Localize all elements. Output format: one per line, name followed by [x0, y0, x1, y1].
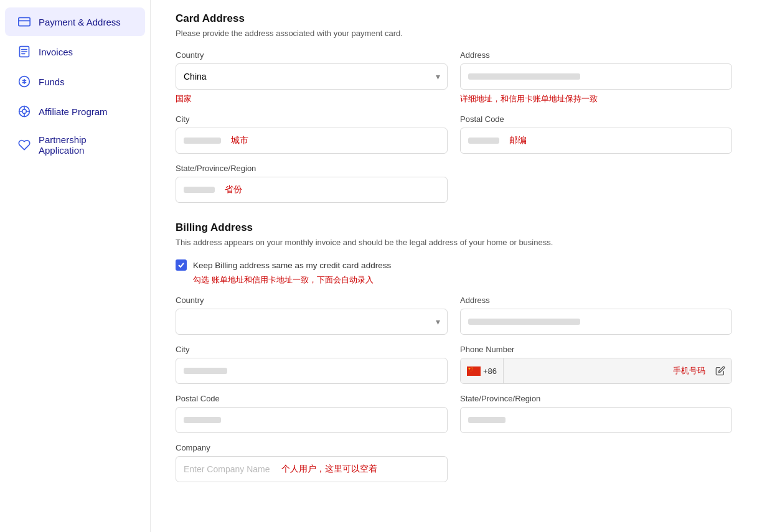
- sidebar-item-funds-label: Funds: [39, 77, 65, 87]
- billing-country-group: Country China ▾: [176, 296, 448, 335]
- city-blur: [184, 138, 221, 144]
- city-input-wrapper[interactable]: 城市: [176, 128, 448, 154]
- phone-code: +86: [483, 366, 497, 376]
- phone-input[interactable]: [504, 358, 673, 383]
- city-postal-row: City 城市 Postal Code 邮编: [176, 114, 732, 154]
- company-placeholder: Enter Company Name: [184, 464, 270, 474]
- billing-state-label: State/Province/Region: [460, 394, 732, 403]
- billing-address-blur: [468, 319, 580, 325]
- billing-checkbox-annotation: 勾选 账单地址和信用卡地址一致，下面会自动录入: [176, 274, 732, 286]
- postal-blur: [468, 138, 499, 144]
- state-input-wrapper[interactable]: 省份: [176, 177, 448, 203]
- billing-state-blur: [468, 417, 505, 423]
- city-annotation: 城市: [231, 135, 248, 146]
- sidebar-item-invoices[interactable]: Invoices: [5, 37, 145, 66]
- svg-point-9: [22, 110, 27, 114]
- svg-rect-0: [19, 17, 30, 26]
- billing-checkbox[interactable]: [176, 259, 187, 271]
- phone-wrapper: +86 手机号码: [460, 358, 732, 384]
- company-row: Company Enter Company Name 个人用户，这里可以空着: [176, 443, 732, 482]
- postal-group: Postal Code 邮编: [460, 114, 732, 154]
- billing-desc: This address appears on your monthly inv…: [176, 238, 732, 247]
- postal-input-wrapper[interactable]: 邮编: [460, 128, 732, 154]
- svg-rect-14: [467, 366, 481, 376]
- postal-label: Postal Code: [460, 114, 732, 124]
- billing-checkbox-row: Keep Billing address same as my credit c…: [176, 259, 732, 271]
- address-input-wrapper[interactable]: [460, 63, 732, 90]
- address-annotation: 详细地址，和信用卡账单地址保持一致: [460, 93, 732, 105]
- sidebar-item-affiliate[interactable]: Affiliate Program: [5, 97, 145, 126]
- billing-postal-group: Postal Code: [176, 394, 448, 433]
- sidebar-item-partnership[interactable]: Partnership Application: [5, 127, 145, 163]
- country-annotation: 国家: [176, 93, 448, 105]
- dollar-icon: [17, 75, 31, 88]
- billing-postal-input-wrapper[interactable]: [176, 407, 448, 433]
- sidebar-item-payment[interactable]: Payment & Address: [5, 7, 145, 36]
- phone-flag[interactable]: +86: [461, 358, 504, 383]
- billing-address-label: Address: [460, 296, 732, 305]
- credit-card-icon: [17, 15, 31, 29]
- city-group: City 城市: [176, 114, 448, 154]
- billing-country-label: Country: [176, 296, 448, 305]
- address-group: Address 详细地址，和信用卡账单地址保持一致: [460, 50, 732, 105]
- flag-china-icon: [467, 366, 481, 376]
- billing-city-input-wrapper[interactable]: [176, 358, 448, 384]
- billing-postal-blur: [184, 417, 221, 423]
- sidebar-item-payment-label: Payment & Address: [39, 17, 121, 27]
- country-label: Country: [176, 50, 448, 60]
- country-group: Country China United States United Kingd…: [176, 50, 448, 105]
- billing-phone-group: Phone Number +8: [460, 345, 732, 384]
- address-label: Address: [460, 50, 732, 60]
- company-annotation: 个人用户，这里可以空着: [281, 464, 377, 475]
- phone-annotation: 手机号码: [673, 365, 709, 376]
- company-input-wrapper[interactable]: Enter Company Name 个人用户，这里可以空着: [176, 456, 448, 482]
- country-select-wrapper: China United States United Kingdom ▾: [176, 63, 448, 90]
- sidebar-item-affiliate-label: Affiliate Program: [39, 106, 108, 117]
- sidebar-item-partnership-label: Partnership Application: [39, 134, 133, 156]
- billing-address-group: Address: [460, 296, 732, 335]
- billing-checkbox-label: Keep Billing address same as my credit c…: [193, 261, 391, 270]
- state-blur: [184, 187, 215, 193]
- address-blur: [468, 73, 580, 80]
- billing-country-select[interactable]: China: [176, 309, 448, 335]
- state-group: State/Province/Region 省份: [176, 164, 448, 203]
- billing-postal-state-row: Postal Code State/Province/Region: [176, 394, 732, 433]
- billing-section: Billing Address This address appears on …: [176, 222, 732, 482]
- billing-address-input-wrapper[interactable]: [460, 309, 732, 335]
- billing-postal-label: Postal Code: [176, 394, 448, 403]
- state-annotation: 省份: [225, 184, 242, 195]
- card-address-section: Card Address Please provide the address …: [176, 12, 732, 203]
- phone-edit-icon[interactable]: [709, 358, 731, 383]
- company-label: Company: [176, 443, 448, 452]
- country-select[interactable]: China United States United Kingdom: [176, 63, 448, 90]
- billing-city-blur: [184, 368, 227, 374]
- billing-state-group: State/Province/Region: [460, 394, 732, 433]
- state-spacer: [460, 164, 732, 203]
- city-label: City: [176, 114, 448, 124]
- sidebar: Payment & Address Invoices: [0, 0, 151, 532]
- billing-title: Billing Address: [176, 222, 732, 234]
- country-address-row: Country China United States United Kingd…: [176, 50, 732, 105]
- billing-city-label: City: [176, 345, 448, 354]
- invoice-icon: [17, 45, 31, 58]
- billing-city-group: City: [176, 345, 448, 384]
- postal-annotation: 邮编: [509, 135, 527, 146]
- billing-state-input-wrapper[interactable]: [460, 407, 732, 433]
- card-address-desc: Please provide the address associated wi…: [176, 29, 732, 38]
- sidebar-item-funds[interactable]: Funds: [5, 67, 145, 96]
- affiliate-icon: [17, 105, 31, 118]
- billing-city-phone-row: City Phone Number: [176, 345, 732, 384]
- company-group: Company Enter Company Name 个人用户，这里可以空着: [176, 443, 448, 482]
- state-row: State/Province/Region 省份: [176, 164, 732, 203]
- main-content: Card Address Please provide the address …: [151, 0, 757, 532]
- state-label: State/Province/Region: [176, 164, 448, 173]
- handshake-icon: [17, 138, 31, 152]
- billing-phone-label: Phone Number: [460, 345, 732, 354]
- sidebar-item-invoices-label: Invoices: [39, 47, 73, 57]
- billing-country-select-wrapper: China ▾: [176, 309, 448, 335]
- billing-country-address-row: Country China ▾ Address: [176, 296, 732, 335]
- card-address-title: Card Address: [176, 12, 732, 25]
- company-spacer: [460, 443, 732, 482]
